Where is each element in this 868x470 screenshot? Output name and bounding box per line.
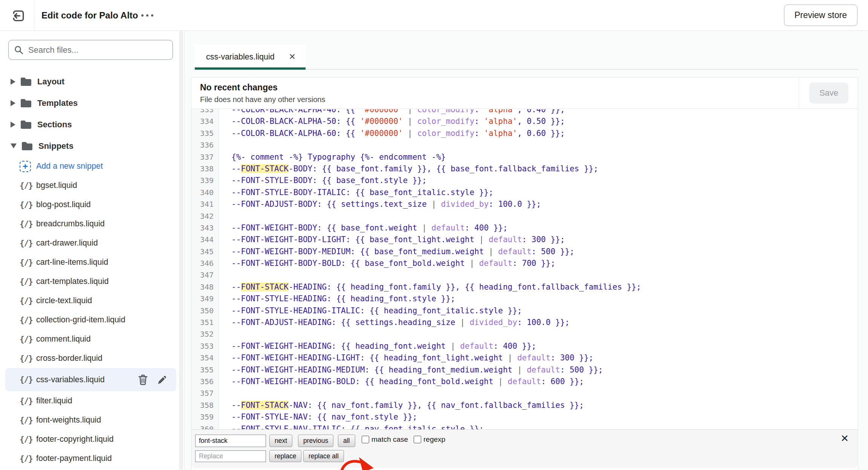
file-label: breadcrumbs.liquid xyxy=(36,219,105,229)
file-label: comment.liquid xyxy=(36,334,91,344)
search-icon xyxy=(14,45,24,55)
sidebar-item-cross-border[interactable]: {/}cross-border.liquid xyxy=(0,349,180,368)
add-snippet-label: Add a new snippet xyxy=(36,162,103,171)
replace-button[interactable]: replace xyxy=(269,450,301,462)
line-number: 352 xyxy=(191,328,219,340)
line-number: 347 xyxy=(191,269,219,281)
line-number: 344 xyxy=(191,234,219,246)
folder-label: Layout xyxy=(37,77,64,87)
code-text: --FONT-WEIGHT-BODY: {{ base_font.weight … xyxy=(219,222,508,234)
caret-down-icon[interactable] xyxy=(11,143,17,148)
sidebar-item-cart-drawer[interactable]: {/}cart-drawer.liquid xyxy=(0,233,180,253)
sidebar-item-footer-social[interactable]: {/}footer-social.liquid xyxy=(0,468,180,470)
sidebar-scrollbar[interactable] xyxy=(179,31,183,470)
line-number: 335 xyxy=(191,128,219,139)
code-line: 341 --FONT-ADJUST-BODY: {{ settings.text… xyxy=(191,198,858,210)
code-editor[interactable]: 333 --COLOR-BLACK-ALPHA-40: {{ '#000000'… xyxy=(191,109,858,429)
sidebar-item-filter[interactable]: {/}filter.liquid xyxy=(0,391,180,410)
caret-right-icon[interactable] xyxy=(11,100,15,106)
save-button[interactable]: Save xyxy=(809,82,848,104)
banner-subtitle: File does not have any other versions xyxy=(200,95,325,104)
file-label: footer-payment.liquid xyxy=(36,454,112,463)
replace-input[interactable] xyxy=(195,450,266,462)
file-label: cart-line-items.liquid xyxy=(36,258,108,267)
add-new-snippet-button[interactable]: +Add a new snippet xyxy=(0,157,180,176)
pencil-icon[interactable] xyxy=(157,375,167,385)
code-line: 343 --FONT-WEIGHT-BODY: {{ base_font.wei… xyxy=(191,222,858,234)
liquid-file-icon: {/} xyxy=(20,239,36,248)
code-line: 337 {%- comment -%} Typography {%- endco… xyxy=(191,151,858,163)
sidebar-item-comment[interactable]: {/}comment.liquid xyxy=(0,330,180,349)
version-banner: No recent changes File does not have any… xyxy=(191,78,858,109)
regexp-checkbox[interactable] xyxy=(414,436,421,443)
sidebar-item-circle-text[interactable]: {/}circle-text.liquid xyxy=(0,291,180,310)
preview-store-button[interactable]: Preview store xyxy=(784,5,857,26)
sidebar-item-cart-line-items[interactable]: {/}cart-line-items.liquid xyxy=(0,253,180,272)
header-divider xyxy=(34,0,34,31)
liquid-file-icon: {/} xyxy=(20,454,36,463)
sidebar-item-css-variables[interactable]: {/}css-variables.liquid xyxy=(5,368,176,391)
sidebar-folder-templates[interactable]: Templates xyxy=(0,92,180,114)
file-label: blog-post.liquid xyxy=(36,200,91,209)
caret-right-icon[interactable] xyxy=(11,122,15,128)
line-number: 354 xyxy=(191,352,219,364)
line-number: 356 xyxy=(191,376,219,388)
search-files-box[interactable] xyxy=(8,40,173,60)
code-line: 352 xyxy=(191,328,858,340)
find-replace-bar: next previous all match case regexp repl… xyxy=(191,429,858,468)
code-text: --FONT-ADJUST-HEADING: {{ settings.headi… xyxy=(219,317,570,328)
banner-title: No recent changes xyxy=(200,82,278,93)
sidebar-item-collection-grid-item[interactable]: {/}collection-grid-item.liquid xyxy=(0,310,180,330)
liquid-file-icon: {/} xyxy=(20,335,36,344)
liquid-file-icon: {/} xyxy=(20,397,36,406)
code-line: 348 --FONT-STACK-HEADING: {{ heading_fon… xyxy=(191,281,858,293)
find-next-button[interactable]: next xyxy=(269,435,292,447)
code-line: 346 --FONT-WEIGHT-BODY-BOLD: {{ base_fon… xyxy=(191,258,858,269)
trash-icon[interactable] xyxy=(138,374,148,385)
code-line: 356 --FONT-WEIGHT-HEADING-BOLD: {{ headi… xyxy=(191,376,858,388)
liquid-file-icon: {/} xyxy=(20,220,36,229)
find-all-button[interactable]: all xyxy=(338,435,355,447)
folder-icon xyxy=(20,77,32,87)
folder-icon xyxy=(20,98,32,108)
code-text: --FONT-WEIGHT-HEADING: {{ heading_font.w… xyxy=(219,340,536,352)
liquid-file-icon: {/} xyxy=(20,200,36,209)
sidebar-item-blog-post[interactable]: {/}blog-post.liquid xyxy=(0,195,180,214)
sidebar-folder-snippets[interactable]: Snippets xyxy=(0,135,180,157)
sidebar-item-bgset[interactable]: {/}bgset.liquid xyxy=(0,176,180,195)
active-tab-underline xyxy=(195,67,306,70)
line-number: 339 xyxy=(191,175,219,186)
sidebar-folder-layout[interactable]: Layout xyxy=(0,71,180,92)
caret-right-icon[interactable] xyxy=(11,79,15,85)
sidebar-item-cart-templates[interactable]: {/}cart-templates.liquid xyxy=(0,272,180,291)
annotation-arrow xyxy=(336,456,381,470)
tab-css-variables[interactable]: css-variables.liquid ✕ xyxy=(195,44,306,69)
top-bar: Edit code for Palo Alto Preview store xyxy=(0,0,868,31)
code-line: 357 xyxy=(191,388,858,399)
file-sidebar: LayoutTemplatesSectionsSnippets+Add a ne… xyxy=(0,31,185,470)
tab-close-icon[interactable]: ✕ xyxy=(289,52,296,62)
match-case-checkbox[interactable] xyxy=(362,436,369,443)
find-previous-button[interactable]: previous xyxy=(298,435,333,447)
exit-editor-button[interactable] xyxy=(10,8,26,24)
editor-main: css-variables.liquid ✕ No recent changes… xyxy=(185,31,868,470)
code-text: --FONT-STYLE-BODY: {{ base_font.style }}… xyxy=(219,175,427,186)
file-label: filter.liquid xyxy=(36,396,72,406)
sidebar-item-breadcrumbs[interactable]: {/}breadcrumbs.liquid xyxy=(0,214,180,233)
find-input[interactable] xyxy=(195,435,266,447)
find-bar-close-icon[interactable]: ✕ xyxy=(840,433,849,443)
regexp-option: regexp xyxy=(414,435,445,444)
sidebar-item-footer-copyright[interactable]: {/}footer-copyright.liquid xyxy=(0,430,180,449)
regexp-label: regexp xyxy=(423,435,445,444)
search-files-input[interactable] xyxy=(28,45,167,55)
file-label: cross-border.liquid xyxy=(36,354,102,363)
file-label: css-variables.liquid xyxy=(36,375,105,385)
code-line: 340 --FONT-STYLE-BODY-ITALIC: {{ base_fo… xyxy=(191,187,858,198)
sidebar-item-footer-payment[interactable]: {/}footer-payment.liquid xyxy=(0,449,180,468)
sidebar-item-font-weights[interactable]: {/}font-weights.liquid xyxy=(0,410,180,430)
code-line: 358 --FONT-STACK-NAV: {{ nav_font.family… xyxy=(191,400,858,411)
code-line: 351 --FONT-ADJUST-HEADING: {{ settings.h… xyxy=(191,317,858,328)
sidebar-folder-sections[interactable]: Sections xyxy=(0,114,180,135)
more-options-button[interactable] xyxy=(139,11,156,20)
code-lines: 333 --COLOR-BLACK-ALPHA-40: {{ '#000000'… xyxy=(191,109,858,429)
